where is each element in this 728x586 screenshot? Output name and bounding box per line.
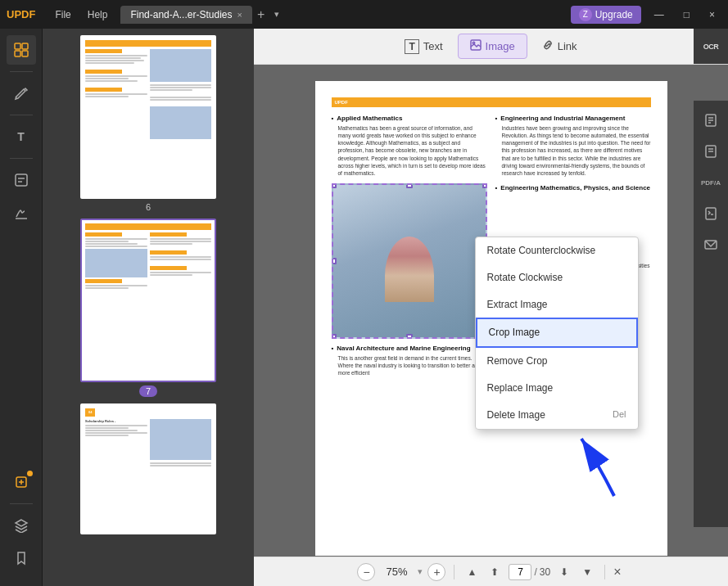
- scroll-top-btn[interactable]: ▲: [463, 563, 481, 581]
- pdf-header-bar: UPDF: [332, 97, 651, 107]
- sidebar-sep-4: [10, 503, 33, 504]
- handle-tr[interactable]: [482, 183, 487, 188]
- ocr-sidebar: OCR: [694, 29, 728, 64]
- thumb-img-6[interactable]: [80, 35, 216, 199]
- text-applied-math: Mathematics has been a great source of i…: [338, 124, 487, 177]
- rs-btn-1[interactable]: [696, 106, 726, 135]
- ctx-replace-image[interactable]: Replace Image: [476, 375, 638, 402]
- thumbnails-panel[interactable]: 6: [43, 29, 254, 586]
- sidebar-icon-bookmark[interactable]: [7, 543, 36, 573]
- rs-btn-mail[interactable]: [696, 230, 726, 259]
- scroll-bottom-btn[interactable]: ▼: [578, 563, 596, 581]
- handle-ml[interactable]: [332, 258, 337, 264]
- pdf-updf-label: UPDF: [335, 99, 348, 106]
- bottom-bar: − 75% ▾ + ▲ ⬆ / 30 ⬇ ▼ ×: [254, 557, 728, 586]
- page-sep: /: [534, 566, 536, 578]
- heading-naval: •Naval Architecture and Marine Engineeri…: [332, 344, 487, 353]
- page-down-btn[interactable]: ⬇: [555, 563, 573, 581]
- handle-tm[interactable]: [406, 183, 413, 188]
- ctx-rotate-cw[interactable]: Rotate Clockwise: [476, 264, 638, 291]
- page-input[interactable]: [509, 564, 531, 580]
- content-area: T Text Image Link OCR: [254, 29, 728, 586]
- ctx-remove-crop[interactable]: Remove Crop: [476, 348, 638, 375]
- view-close-btn[interactable]: ×: [613, 565, 621, 579]
- link-tool-btn[interactable]: Link: [531, 34, 589, 58]
- thumbnail-8[interactable]: 04 Scholarship Rules -: [49, 403, 247, 534]
- thumb-label-7: 7: [139, 385, 157, 397]
- sidebar-icon-thumbnails[interactable]: [7, 35, 36, 65]
- main-layout: T: [0, 29, 728, 586]
- handle-tl[interactable]: [332, 183, 337, 188]
- upgrade-button[interactable]: Z Upgrade: [571, 6, 641, 24]
- section-applied-math: •Applied Mathematics Mathematics has bee…: [332, 114, 487, 177]
- arrow-annotation: [557, 422, 622, 507]
- svg-rect-1: [22, 43, 28, 49]
- svg-rect-4: [16, 174, 27, 186]
- svg-rect-3: [22, 51, 28, 56]
- handle-bm[interactable]: [406, 334, 413, 339]
- sidebar-sep-3: [10, 158, 33, 159]
- sidebar-icon-edit[interactable]: T: [7, 122, 36, 151]
- new-tab-btn[interactable]: +: [252, 7, 269, 22]
- menu-bar: File Help: [48, 6, 114, 24]
- text-tool-btn[interactable]: T Text: [393, 34, 454, 59]
- text-tool-icon: T: [405, 39, 418, 54]
- sidebar-icon-sign[interactable]: [7, 198, 36, 228]
- context-menu: Rotate Counterclockwise Rotate Clockwise…: [475, 237, 639, 430]
- ctx-extract-image[interactable]: Extract Image: [476, 291, 638, 318]
- sidebar-icon-layers[interactable]: [7, 511, 36, 540]
- sidebar-sep-1: [10, 71, 33, 72]
- sep-2: [604, 565, 605, 579]
- zoom-in-btn[interactable]: +: [427, 563, 445, 581]
- ctx-rotate-ccw[interactable]: Rotate Counterclockwise: [476, 237, 638, 264]
- toolbar-row: T Text Image Link OCR: [254, 29, 728, 65]
- menu-file[interactable]: File: [48, 6, 77, 24]
- tab-label: Find-and-A...er-Studies: [130, 9, 232, 20]
- sidebar-icon-badge[interactable]: [7, 467, 36, 497]
- selected-image[interactable]: [332, 183, 487, 339]
- active-tab[interactable]: Find-and-A...er-Studies ×: [120, 6, 252, 24]
- ctx-crop-image[interactable]: Crop Image: [476, 318, 638, 348]
- sidebar-icon-forms[interactable]: [7, 165, 36, 195]
- page-up-btn[interactable]: ⬆: [486, 563, 504, 581]
- ocr-btn[interactable]: OCR: [696, 32, 726, 61]
- maximize-btn[interactable]: □: [677, 7, 696, 22]
- sep-1: [454, 565, 454, 579]
- rs-btn-pdf-a[interactable]: PDF/A: [696, 168, 726, 197]
- tab-dropdown-btn[interactable]: ▾: [269, 9, 284, 20]
- upgrade-label: Upgrade: [595, 9, 633, 20]
- thumb-label-6: 6: [146, 202, 151, 212]
- image-tool-icon: [470, 39, 482, 53]
- sidebar-bottom: [7, 467, 36, 579]
- thumb-img-8[interactable]: 04 Scholarship Rules -: [80, 403, 216, 534]
- image-tool-label: Image: [486, 40, 515, 52]
- zoom-out-btn[interactable]: −: [357, 563, 375, 581]
- text-tool-label: Text: [423, 40, 443, 52]
- image-tool-btn[interactable]: Image: [458, 34, 527, 59]
- thumbnail-6[interactable]: 6: [49, 35, 247, 212]
- section-eng-math: •Engineering Mathematics, Physics, and S…: [495, 183, 651, 192]
- ctx-delete-image[interactable]: Delete Image Del: [476, 402, 638, 429]
- thumb-img-7[interactable]: [80, 219, 216, 382]
- tab-area: Find-and-A...er-Studies × + ▾: [120, 6, 570, 24]
- sidebar-icon-annotate[interactable]: [7, 79, 36, 108]
- heading-eng-math: •Engineering Mathematics, Physics, and S…: [495, 183, 651, 192]
- app-logo: UPDF: [7, 8, 35, 20]
- zoom-dropdown-btn[interactable]: ▾: [418, 566, 423, 577]
- title-bar: UPDF File Help Find-and-A...er-Studies ×…: [0, 0, 728, 29]
- pdf-page: UPDF •Applied Mathematics Mathematics ha…: [315, 81, 667, 556]
- page-total: 30: [540, 566, 550, 578]
- minimize-btn[interactable]: —: [648, 7, 671, 22]
- pdf-view[interactable]: PDF/A UPDF •Applied Mathema: [254, 65, 728, 557]
- rs-btn-2[interactable]: [696, 137, 726, 166]
- handle-bl[interactable]: [332, 334, 337, 339]
- thumbnail-7[interactable]: 7: [49, 219, 247, 397]
- link-tool-label: Link: [558, 40, 577, 52]
- zoom-value: 75%: [380, 566, 413, 578]
- menu-help[interactable]: Help: [81, 6, 115, 24]
- tab-close-btn[interactable]: ×: [237, 10, 242, 20]
- rs-btn-4[interactable]: [696, 199, 726, 228]
- close-btn[interactable]: ×: [703, 7, 721, 22]
- right-sidebar: PDF/A: [694, 101, 728, 527]
- sidebar-sep-2: [10, 115, 33, 115]
